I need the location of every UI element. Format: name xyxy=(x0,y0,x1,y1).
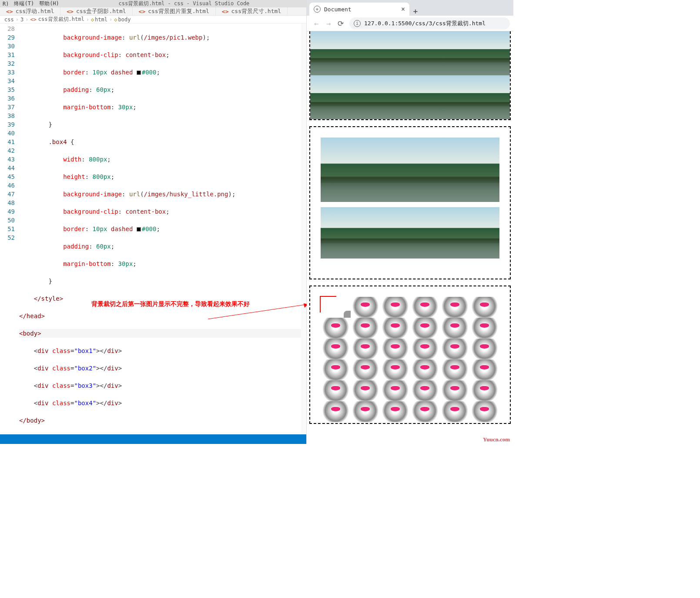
tab-label: css盒子阴影.html xyxy=(76,7,126,15)
husky-tile xyxy=(440,318,470,339)
husky-tile xyxy=(321,359,351,380)
husky-tile xyxy=(321,339,351,359)
tab-label: css背景尺寸.html xyxy=(231,7,281,15)
breadcrumb-item[interactable]: body xyxy=(118,17,131,23)
browser-toolbar: ← → ⟳ i 127.0.0.1:5500/css/3/css背景裁切.htm… xyxy=(307,16,513,31)
husky-tile xyxy=(380,380,410,401)
husky-tile xyxy=(410,297,440,318)
husky-tile xyxy=(321,318,351,339)
husky-tile xyxy=(440,401,470,422)
husky-tile-grid xyxy=(321,297,499,422)
husky-tile xyxy=(351,401,381,422)
breadcrumb-item[interactable]: css xyxy=(4,17,14,23)
status-bar[interactable] xyxy=(0,434,306,444)
symbol-icon: ◇ xyxy=(91,17,94,23)
husky-tile xyxy=(410,401,440,422)
preview-box1 xyxy=(309,31,511,120)
husky-tile xyxy=(321,297,351,318)
husky-tile xyxy=(321,380,351,401)
preview-box3 xyxy=(309,126,511,279)
husky-tile xyxy=(351,359,381,380)
husky-tile xyxy=(380,401,410,422)
html-file-icon: <> xyxy=(67,8,74,15)
tab-float[interactable]: <>css浮动.html xyxy=(0,7,60,15)
menubar: R) 终端(T) 帮助(H) css背景裁切.html - css - Visu… xyxy=(0,0,306,7)
husky-tile xyxy=(410,318,440,339)
html-file-icon: <> xyxy=(222,8,229,15)
vscode-window: R) 终端(T) 帮助(H) css背景裁切.html - css - Visu… xyxy=(0,0,307,444)
husky-tile xyxy=(470,380,500,401)
globe-icon: ⊕ xyxy=(314,6,321,13)
husky-tile xyxy=(380,339,410,359)
new-tab-button[interactable]: + xyxy=(409,7,422,16)
husky-tile xyxy=(351,339,381,359)
app-root: R) 终端(T) 帮助(H) css背景裁切.html - css - Visu… xyxy=(0,0,513,444)
husky-tile xyxy=(410,380,440,401)
url-text: 127.0.0.1:5500/css/3/css背景裁切.html xyxy=(364,20,486,27)
landscape-image xyxy=(310,31,410,75)
browser-tab-title: Document xyxy=(324,6,352,13)
husky-tile xyxy=(470,318,500,339)
husky-tile xyxy=(380,318,410,339)
husky-tile xyxy=(470,401,500,422)
tab-repeat[interactable]: <>css背景图片重复.html xyxy=(133,7,216,15)
husky-tile xyxy=(321,401,351,422)
husky-tile xyxy=(410,339,440,359)
menu-terminal[interactable]: 终端(T) xyxy=(14,0,34,7)
husky-tile xyxy=(470,359,500,380)
husky-tile xyxy=(351,297,381,318)
husky-tile xyxy=(440,359,470,380)
husky-tile xyxy=(380,297,410,318)
landscape-image xyxy=(310,75,410,119)
editor-tabs: <>css浮动.html <>css盒子阴影.html <>css背景图片重复.… xyxy=(0,7,306,16)
browser-window: ⊕ Document × + ← → ⟳ i 127.0.0.1:5500/cs… xyxy=(307,0,513,444)
forward-button[interactable]: → xyxy=(322,19,335,28)
husky-tile xyxy=(351,318,381,339)
html-file-icon: <> xyxy=(6,8,13,15)
annotation-text: 背景裁切之后第一张图片显示不完整，导致看起来效果不好 xyxy=(91,300,250,308)
breadcrumb-item[interactable]: 3 xyxy=(20,17,23,23)
landscape-image xyxy=(321,138,499,202)
close-tab-icon[interactable]: × xyxy=(401,5,405,13)
color-swatch-icon xyxy=(137,227,141,232)
husky-tile xyxy=(440,297,470,318)
site-info-icon[interactable]: i xyxy=(354,20,361,27)
tab-label: css浮动.html xyxy=(16,7,54,15)
husky-tile xyxy=(440,339,470,359)
browser-tabbar: ⊕ Document × + xyxy=(307,0,513,16)
breadcrumb: css› 3› <> css背景裁切.html› ◇ html› ◇ body xyxy=(0,16,306,24)
breadcrumb-item[interactable]: css背景裁切.html xyxy=(38,16,84,23)
menu-r[interactable]: R) xyxy=(3,1,9,7)
html-file-icon: <> xyxy=(30,17,36,23)
landscape-image xyxy=(410,31,510,75)
husky-tile xyxy=(380,359,410,380)
preview-box4 xyxy=(309,286,511,424)
husky-tile xyxy=(351,380,381,401)
html-file-icon: <> xyxy=(139,8,146,15)
browser-tab[interactable]: ⊕ Document × xyxy=(309,3,409,16)
reload-button[interactable]: ⟳ xyxy=(335,19,347,28)
watermark: Yuucn.com xyxy=(483,436,510,443)
tab-label: css背景图片重复.html xyxy=(148,7,209,15)
landscape-image xyxy=(321,207,499,259)
editor[interactable]: 2829303132333435363738394041424344454647… xyxy=(0,24,306,444)
code-area[interactable]: background-image: url(/imges/pic1.webp);… xyxy=(19,24,306,444)
address-bar[interactable]: i 127.0.0.1:5500/css/3/css背景裁切.html xyxy=(349,17,510,30)
color-swatch-icon xyxy=(137,71,141,75)
landscape-image xyxy=(410,75,510,119)
line-gutter: 2829303132333435363738394041424344454647… xyxy=(0,24,19,444)
window-title: css背景裁切.html - css - Visual Studio Code xyxy=(64,0,304,7)
minimap[interactable] xyxy=(301,24,306,444)
menu-help[interactable]: 帮助(H) xyxy=(39,0,59,7)
breadcrumb-item[interactable]: html xyxy=(95,17,107,23)
page-viewport[interactable] xyxy=(307,31,513,444)
back-button[interactable]: ← xyxy=(310,19,322,28)
symbol-icon: ◇ xyxy=(114,17,117,23)
husky-tile xyxy=(470,297,500,318)
husky-tile xyxy=(440,380,470,401)
husky-tile xyxy=(410,359,440,380)
husky-tile xyxy=(470,339,500,359)
tab-shadow[interactable]: <>css盒子阴影.html xyxy=(60,7,132,15)
tab-size[interactable]: <>css背景尺寸.html xyxy=(216,7,288,15)
